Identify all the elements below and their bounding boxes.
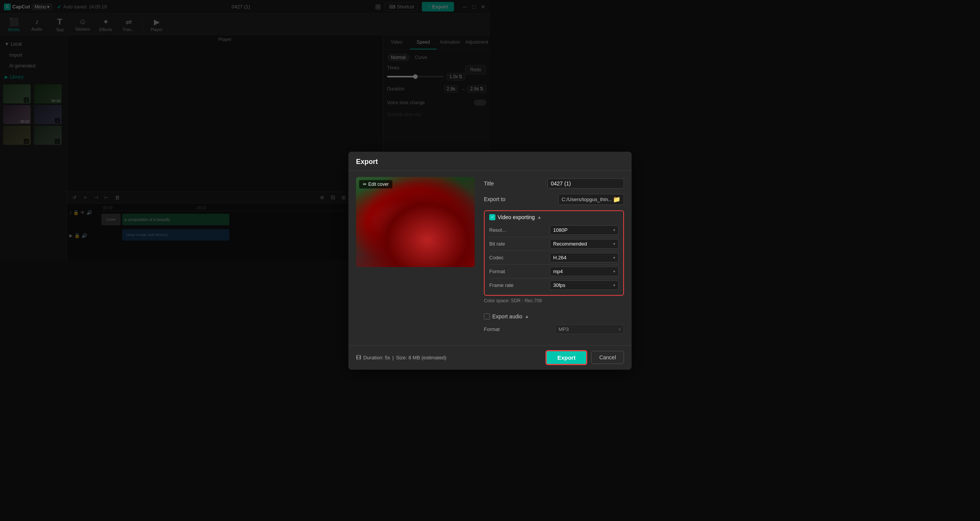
edit-cover-button[interactable]: ✏ Edit cover (359, 180, 392, 188)
resolution-label: Resol... (489, 227, 490, 233)
modal-body: ✏ Edit cover Title Export to C:/Users/to… (348, 171, 490, 261)
modal-title: Export (356, 158, 490, 166)
export-to-label: Export to (484, 196, 490, 202)
resolution-row: Resol... 1080P ▾ (489, 223, 490, 237)
video-export-checkbox[interactable]: ✓ (489, 214, 490, 220)
export-to-row: Export to C:/Users/topgus_thin... 📁 (484, 192, 490, 206)
preview-image (356, 177, 475, 261)
modal-settings: Title Export to C:/Users/topgus_thin... … (484, 177, 490, 261)
codec-label: Codec (489, 255, 490, 260)
bitrate-label: Bit rate (489, 241, 490, 247)
modal-preview: ✏ Edit cover (356, 177, 475, 261)
preview-image-container: ✏ Edit cover (356, 177, 475, 261)
bitrate-row: Bit rate Recommended ▾ (489, 237, 490, 251)
codec-row: Codec H.264 ▾ (489, 251, 490, 261)
edit-icon: ✏ (363, 182, 367, 187)
export-modal: Export ✏ Edit cover Title (348, 152, 490, 261)
modal-header: Export (348, 152, 490, 171)
video-export-section: ✓ Video exporting ▲ Resol... 1080P ▾ Bit (484, 210, 490, 261)
video-export-header: ✓ Video exporting ▲ (489, 214, 490, 220)
title-row: Title (484, 177, 490, 190)
modal-overlay: Export ✏ Edit cover Title (0, 0, 490, 260)
title-field-label: Title (484, 180, 490, 187)
